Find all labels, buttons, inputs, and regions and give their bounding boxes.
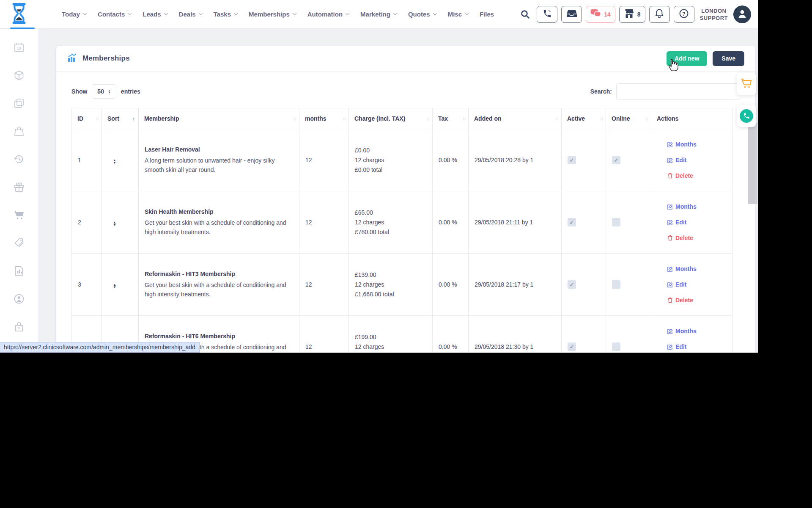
notifications-button[interactable] (649, 6, 670, 23)
nav-item-marketing[interactable]: Marketing (360, 11, 397, 18)
months-link[interactable]: Months (667, 265, 720, 272)
active-checkbox[interactable] (568, 280, 576, 289)
chat-bubbles-icon (590, 9, 601, 19)
memberships-table: ID↑↓ Sort↑↓ Membership↑↓ months↑↓ Charge… (71, 108, 732, 353)
chat-button[interactable]: 14 (586, 6, 615, 23)
sidebar-shopping-bag-icon[interactable] (14, 125, 25, 137)
bell-icon (655, 8, 664, 20)
store-button[interactable]: 8 (619, 6, 645, 23)
cell-actions: Months Edit Delete (651, 191, 732, 254)
table-row: 2 ▲▼ Skin Health Membership Get your bes… (72, 191, 732, 254)
left-sidebar: 12 (0, 29, 38, 353)
floating-phone-button[interactable] (737, 105, 756, 127)
column-header-tax[interactable]: Tax↑↓ (433, 108, 469, 129)
months-link[interactable]: Months (667, 328, 720, 334)
delete-link[interactable]: Delete (667, 172, 720, 179)
column-header-active[interactable]: Active↑↓ (562, 108, 606, 129)
nav-item-automation[interactable]: Automation (307, 11, 349, 18)
save-button[interactable]: Save (713, 51, 744, 66)
membership-title: Skin Health Membership (145, 208, 293, 215)
online-checkbox[interactable] (612, 218, 620, 226)
sidebar-calendar-icon[interactable]: 12 (14, 41, 25, 53)
help-button[interactable]: ? (674, 6, 694, 23)
nav-item-today[interactable]: Today (62, 11, 86, 18)
edit-link[interactable]: Edit (667, 343, 720, 350)
table-row: 3 ▲▼ Reformaskin - HIT3 Membership Get y… (72, 254, 732, 316)
months-link[interactable]: Months (667, 203, 720, 210)
app-logo[interactable] (0, 0, 38, 28)
main-nav: Today Contacts Leads Deals Tasks Members… (62, 11, 494, 18)
column-header-months[interactable]: months↑↓ (299, 108, 349, 129)
row-sort-handle[interactable]: ▲▼ (108, 284, 116, 289)
header-buttons: Add new Save (667, 51, 744, 66)
sidebar-report-icon[interactable] (14, 265, 25, 276)
search-icon[interactable] (520, 9, 530, 19)
floating-cart-button[interactable] (737, 73, 756, 95)
sidebar-history-icon[interactable] (14, 153, 25, 165)
nav-item-memberships[interactable]: Memberships (249, 11, 296, 18)
edit-link[interactable]: Edit (667, 157, 720, 163)
select-arrows-icon: ▲▼ (108, 89, 111, 94)
inbox-button[interactable] (561, 6, 582, 23)
sidebar-gift-icon[interactable] (14, 181, 25, 193)
nav-item-deals[interactable]: Deals (179, 11, 202, 18)
cell-online (606, 191, 651, 254)
column-header-sort[interactable]: Sort↑↓ (102, 108, 139, 129)
store-icon (624, 9, 634, 19)
cell-months: 12 (299, 191, 349, 254)
row-sort-handle[interactable]: ▲▼ (108, 221, 116, 226)
cell-online (606, 129, 651, 191)
sidebar-tags-icon[interactable] (14, 237, 25, 248)
nav-item-leads[interactable]: Leads (143, 11, 167, 18)
nav-item-quotes[interactable]: Quotes (408, 11, 436, 18)
nav-item-contacts[interactable]: Contacts (98, 11, 131, 18)
page-size-group: Show 50 ▲▼ entries (71, 84, 140, 99)
sidebar-lock-icon[interactable] (14, 321, 25, 332)
edit-link[interactable]: Edit (667, 219, 720, 226)
chevron-down-icon (346, 11, 350, 15)
row-sort-handle[interactable]: ▲▼ (108, 159, 116, 164)
svg-text:?: ? (682, 11, 685, 17)
months-link[interactable]: Months (667, 141, 720, 148)
edit-link[interactable]: Edit (667, 281, 720, 288)
memberships-card: Memberships Add new Save Show 50 ▲▼ entr… (56, 46, 755, 353)
top-navigation-bar: Today Contacts Leads Deals Tasks Members… (0, 0, 758, 29)
sort-arrows-icon: ↑↓ (132, 116, 135, 121)
online-checkbox[interactable] (612, 156, 620, 164)
column-header-online[interactable]: Online↑↓ (606, 108, 651, 129)
sidebar-copy-icon[interactable] (14, 97, 25, 109)
cell-charge: £199.00 12 charges £2,388.00 total (349, 316, 433, 353)
column-header-added-on[interactable]: Added on↑↓ (469, 108, 562, 129)
table-controls: Show 50 ▲▼ entries Search: (56, 72, 755, 106)
card-header: Memberships Add new Save (56, 46, 755, 72)
add-new-button[interactable]: Add new (667, 51, 707, 66)
active-checkbox[interactable] (568, 156, 576, 164)
nav-item-files[interactable]: Files (480, 11, 494, 18)
cell-added-on: 29/05/2018 21:17 by 1 (469, 254, 562, 316)
phone-button[interactable] (537, 6, 557, 23)
online-checkbox[interactable] (612, 280, 620, 289)
active-checkbox[interactable] (568, 218, 576, 226)
column-header-membership[interactable]: Membership↑↓ (139, 108, 299, 129)
column-header-id[interactable]: ID↑↓ (72, 108, 102, 129)
sidebar-cube-icon[interactable] (14, 69, 25, 81)
cell-months: 12 (299, 129, 349, 191)
avatar[interactable] (733, 6, 751, 23)
chevron-down-icon (433, 11, 437, 15)
column-header-charge[interactable]: Charge (Incl. TAX)↑↓ (349, 108, 433, 129)
sidebar-cart-icon[interactable] (14, 209, 25, 221)
page-title: Memberships (82, 54, 130, 63)
delete-link[interactable]: Delete (667, 297, 720, 304)
main-content: Memberships Add new Save Show 50 ▲▼ entr… (38, 29, 758, 353)
page-size-select[interactable]: 50 ▲▼ (92, 84, 116, 99)
sort-arrows-icon: ↑↓ (343, 116, 346, 121)
table-search-input[interactable] (616, 83, 740, 99)
online-checkbox[interactable] (612, 342, 620, 351)
sidebar-account-icon[interactable] (14, 293, 25, 304)
delete-link[interactable]: Delete (667, 235, 720, 241)
cell-membership: Skin Health Membership Get your best ski… (139, 191, 299, 254)
nav-item-misc[interactable]: Misc (448, 11, 468, 18)
vertical-scrollbar[interactable] (748, 123, 757, 204)
active-checkbox[interactable] (568, 342, 576, 351)
nav-item-tasks[interactable]: Tasks (214, 11, 237, 18)
